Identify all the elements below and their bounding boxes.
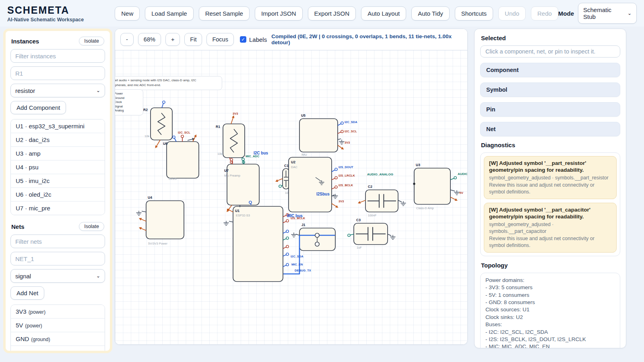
pin[interactable] (338, 139, 341, 140)
net-item-5v[interactable]: 5V(power) (11, 319, 105, 332)
pin[interactable] (283, 230, 289, 233)
instance-item-u5[interactable]: U5 · imu_i2c (11, 174, 105, 188)
net-type-select[interactable]: signal ⌄ (10, 269, 105, 283)
pin[interactable] (283, 253, 289, 256)
net-label-3v3[interactable]: 3V3 (345, 141, 350, 144)
pin[interactable] (283, 245, 289, 249)
pin[interactable] (279, 185, 283, 187)
pin[interactable] (229, 221, 233, 222)
net-label-i2c-sda[interactable]: I2C_SDA (345, 120, 357, 124)
net-item-3v3[interactable]: 3V3(power) (11, 305, 105, 319)
net-label-i2s-bclk[interactable]: I2S_BCLK (339, 183, 353, 187)
pin[interactable] (283, 263, 289, 267)
ground-icon[interactable] (333, 194, 338, 198)
net-label-debug-tx[interactable]: DEBUG_TX (295, 269, 311, 272)
pin[interactable] (358, 200, 365, 204)
component-U5[interactable]: U5IMU (299, 113, 338, 156)
nets-isolate-button[interactable]: Isolate (79, 222, 104, 231)
header-button-redo[interactable]: Redo (531, 6, 558, 21)
instance-type-select[interactable]: resistor ⌄ (10, 84, 105, 97)
net-label-mic-bus[interactable]: MIC bus (287, 214, 303, 218)
pin[interactable] (283, 220, 289, 223)
header-button-reset-sample[interactable]: Reset Sample (199, 6, 250, 21)
pin[interactable] (388, 234, 391, 236)
header-button-shortcuts[interactable]: Shortcuts (455, 6, 493, 21)
component-C3[interactable]: C31uF (354, 218, 388, 249)
schematic-svg[interactable]: R210kU6OLEDR110kU5IMUC110U2DACU7Mic Prea… (115, 50, 467, 344)
header-button-load-sample[interactable]: Load Sample (145, 6, 193, 21)
fit-button[interactable]: Fit (184, 33, 202, 46)
filter-instances-input[interactable] (10, 49, 105, 63)
pin[interactable] (332, 168, 337, 172)
header-button-new[interactable]: New (115, 6, 140, 21)
net-label-audio-analog[interactable]: AUDIO_ANALOG (458, 172, 467, 176)
pin[interactable] (193, 134, 196, 142)
focus-button[interactable]: Focus (206, 33, 234, 46)
instance-item-u3[interactable]: U3 · amp (11, 147, 105, 160)
schematic-canvas[interactable]: R210kU6OLEDR110kU5IMUC110U2DACU7Mic Prea… (115, 50, 467, 344)
instance-item-u4[interactable]: U4 · psu (11, 160, 105, 174)
selected-section-pin[interactable]: Pin (480, 102, 620, 117)
pin[interactable] (338, 130, 343, 134)
header-button-auto-layout[interactable]: Auto Layout (361, 6, 406, 21)
pin[interactable] (338, 122, 343, 125)
header-button-auto-tidy[interactable]: Auto Tidy (411, 6, 450, 21)
pin[interactable] (398, 200, 402, 202)
ground-icon[interactable] (339, 140, 345, 144)
selected-section-net[interactable]: Net (480, 122, 620, 136)
pin[interactable] (231, 115, 234, 124)
pin[interactable] (332, 186, 337, 189)
pin[interactable] (332, 177, 337, 180)
instance-name-input[interactable] (10, 66, 105, 80)
net-label-i2c-bus[interactable]: I2C bus (254, 151, 268, 155)
ground-icon[interactable] (136, 211, 142, 215)
pin[interactable] (142, 211, 146, 212)
pin[interactable] (139, 227, 146, 230)
net-label-i2s-lrclk[interactable]: I2S_LRCLK (339, 174, 355, 177)
component-U7[interactable]: U7Mic Preamp (224, 164, 259, 205)
ground-icon[interactable] (224, 221, 229, 225)
pin[interactable] (450, 177, 456, 180)
pin[interactable] (348, 234, 354, 237)
pin[interactable] (283, 237, 289, 240)
pin[interactable] (450, 190, 455, 191)
net-item-gnd[interactable]: GND(ground) (11, 332, 105, 346)
labels-checkbox[interactable]: ✓ Labels (240, 36, 267, 43)
component-R2[interactable]: R210k (143, 108, 172, 140)
component-U2[interactable]: U2DAC (289, 157, 332, 212)
net-label-i2c-sda[interactable]: I2C_SDA (291, 255, 303, 258)
connector-port[interactable] (315, 242, 319, 246)
zoom-out-button[interactable]: - (120, 33, 134, 46)
instance-item-u2[interactable]: U2 · dac_i2s (11, 133, 105, 147)
component-U4[interactable]: U45V/3V3 Power (146, 195, 184, 245)
net-label-audio-analog[interactable]: AUDIO_ANALOG (367, 173, 393, 176)
pin[interactable] (332, 204, 338, 208)
filter-nets-input[interactable] (10, 234, 105, 248)
pin[interactable] (173, 136, 176, 142)
pin[interactable] (139, 218, 146, 221)
zoom-level-button[interactable]: 68% (138, 33, 161, 46)
ground-icon[interactable] (291, 232, 297, 237)
instances-isolate-button[interactable]: Isolate (79, 37, 104, 45)
net-label-5v[interactable]: 5V (459, 191, 463, 195)
pin[interactable] (275, 179, 283, 182)
add-component-button[interactable]: Add Component (10, 101, 66, 114)
component-U1[interactable]: U1ESP32-S3 (233, 206, 283, 282)
selected-section-component[interactable]: Component (480, 63, 620, 77)
net-label-i2s-dout[interactable]: I2S_DOUT (339, 165, 353, 169)
zoom-in-button[interactable]: + (165, 33, 180, 46)
ground-icon[interactable] (454, 190, 460, 195)
connector-port[interactable] (315, 233, 319, 237)
pin[interactable] (155, 140, 160, 148)
selected-section-symbol[interactable]: Symbol (480, 82, 620, 97)
component-C2[interactable]: C2100nF (365, 185, 398, 217)
net-label-i2c-scl[interactable]: I2C_SCL (345, 130, 357, 133)
add-net-button[interactable]: Add Net (10, 286, 44, 300)
header-button-import-json[interactable]: Import JSON (255, 6, 303, 21)
instance-item-u7[interactable]: U7 · mic_pre (11, 202, 105, 215)
instance-item-u6[interactable]: U6 · oled_i2c (11, 188, 105, 202)
component-U3[interactable]: U3Class-D Amp (414, 163, 450, 210)
diagnostic-warning-2[interactable]: [W] Adjusted symbol '__part_capacitor' g… (484, 203, 617, 253)
diagnostic-warning-1[interactable]: [W] Adjusted symbol '__part_resistor' ge… (484, 156, 617, 199)
pin[interactable] (450, 197, 458, 201)
